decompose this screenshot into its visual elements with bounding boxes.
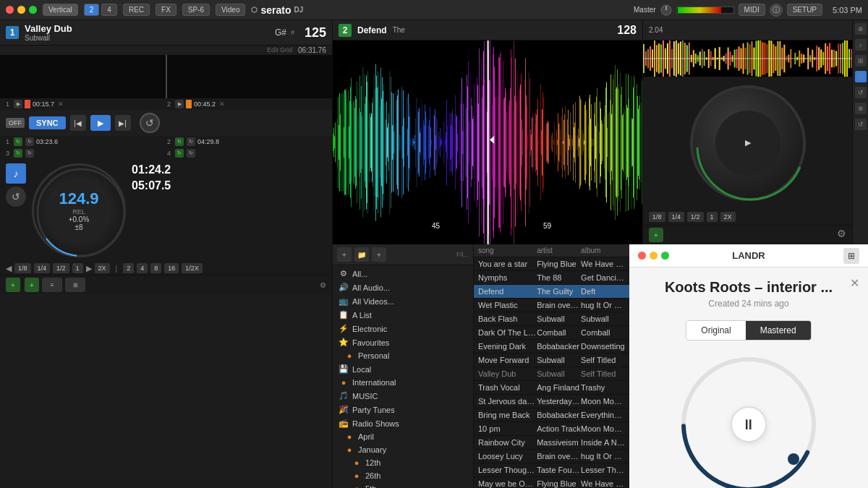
track-row[interactable]: Move Forward Subwall Self Titled: [474, 354, 629, 367]
deck2-settings-icon[interactable]: ⚙: [837, 228, 846, 242]
track-row[interactable]: Wet Plastic Brain over a hill hug It Or …: [474, 299, 629, 312]
loop-1-2x-btn[interactable]: 1/2X: [182, 263, 203, 273]
loop-1-btn[interactable]: 1: [72, 263, 83, 273]
sidebar-item-january[interactable]: ● January: [333, 443, 473, 456]
cue-5-play2-btn[interactable]: ↻: [25, 149, 34, 158]
loop-2-btn[interactable]: 2: [123, 263, 134, 273]
sidebar-item-radio-shows[interactable]: 📻 Radio Shows: [333, 416, 473, 430]
play-btn[interactable]: ▶: [90, 115, 111, 131]
track-row[interactable]: Trash Vocal Ang Finland Trashy: [474, 381, 629, 395]
cue-knob[interactable]: ↺: [140, 113, 160, 133]
deck2-loop-1-2-btn[interactable]: 1/2: [687, 212, 704, 222]
side-icon-1[interactable]: ⊕: [855, 23, 867, 35]
sidebar-item-local[interactable]: 💾 Local: [333, 362, 473, 376]
sidebar-item-april[interactable]: ● April: [333, 430, 473, 443]
cue-1-delete-btn[interactable]: ✕: [58, 100, 64, 108]
side-icon-7[interactable]: ↺: [855, 119, 867, 130]
loop-back-icon[interactable]: ◀: [6, 264, 12, 273]
sidebar-item-party-tunes[interactable]: 🎉 Party Tunes: [333, 403, 473, 416]
deck2-loop-1-btn[interactable]: 1: [707, 212, 718, 222]
track-row[interactable]: Rainbow City Massiveism Inside A Noisy B…: [474, 436, 629, 450]
loop-1-4-btn[interactable]: 1/4: [34, 263, 51, 273]
edit-grid-label[interactable]: Edit Grid: [267, 46, 292, 54]
cue-grid-btn[interactable]: ⊞: [65, 278, 85, 292]
prev-track-btn[interactable]: |◀: [70, 115, 86, 131]
loop-4-btn[interactable]: 4: [137, 263, 148, 273]
landr-close-icon[interactable]: ✕: [850, 276, 859, 290]
sidebar-item-music[interactable]: 🎵 MUSIC: [333, 389, 473, 403]
sidebar-item-favourites[interactable]: ⭐ Favourites: [333, 335, 473, 349]
cue-2-play-btn[interactable]: ▶: [175, 100, 184, 108]
landr-maximize-btn[interactable]: [661, 252, 669, 260]
add-cue-btn[interactable]: +: [6, 278, 20, 292]
midi-btn[interactable]: MIDI: [739, 4, 765, 16]
track-row[interactable]: St Jervous dance Yesterdays Rebel Moon M…: [474, 395, 629, 408]
add-cue2-btn[interactable]: +: [25, 278, 39, 292]
landr-tab-mastered[interactable]: Mastered: [746, 321, 811, 340]
sync-off-btn[interactable]: OFF: [6, 118, 25, 128]
sync-btn[interactable]: SYNC: [29, 116, 66, 129]
deck2-loop-1-4-btn[interactable]: 1/4: [668, 212, 685, 222]
cue-3-play2-btn[interactable]: ↻: [25, 137, 34, 146]
side-icon-6[interactable]: ⊕: [855, 103, 867, 114]
landr-tab-original[interactable]: Original: [686, 321, 745, 340]
sidebar-item-5th[interactable]: ● 5th: [333, 482, 473, 488]
layout-selector[interactable]: Vertical: [43, 4, 78, 16]
info-btn[interactable]: ⓘ: [770, 4, 783, 17]
deck-1-settings-icon[interactable]: ⚙: [320, 281, 326, 289]
cue-6-play-btn[interactable]: ↻: [175, 149, 184, 158]
cue-2-delete-btn[interactable]: ✕: [219, 100, 225, 108]
loop-1-8-btn[interactable]: 1/8: [14, 263, 31, 273]
music-note-icon[interactable]: ♪: [6, 163, 26, 184]
cue-4-play2-btn[interactable]: ↻: [187, 137, 195, 146]
cue-5-play-btn[interactable]: ↻: [14, 149, 22, 158]
track-row[interactable]: Defend The Guilty Deft: [474, 285, 629, 299]
loop-1-2-btn[interactable]: 1/2: [53, 263, 69, 273]
track-row[interactable]: Bring me Back Bobabacker Everything Else…: [474, 408, 629, 422]
sidebar-item-26th[interactable]: ● 26th: [333, 469, 473, 482]
video-btn[interactable]: Video: [216, 4, 245, 16]
deck2-loop-1-8-btn[interactable]: 1/8: [649, 212, 665, 222]
track-row[interactable]: Evening Dark Bobabacker Downsetting: [474, 340, 629, 354]
side-icon-2[interactable]: ♪: [855, 39, 867, 51]
setup-btn[interactable]: SETUP: [787, 4, 822, 16]
sidebar-item-all-audio[interactable]: 🔊 All Audio...: [333, 281, 473, 294]
loop-2x-btn[interactable]: 2X: [95, 263, 110, 273]
cue-1-play-btn[interactable]: ▶: [14, 100, 22, 108]
master-knob-icon[interactable]: [660, 4, 672, 16]
close-window-btn[interactable]: [6, 6, 14, 14]
landr-close-btn[interactable]: [638, 252, 646, 260]
add-crate-btn[interactable]: +: [337, 247, 352, 262]
platter[interactable]: 124.9 REL +0.0% ±8: [32, 163, 126, 257]
sidebar-item-all-videos[interactable]: 📺 All Videos...: [333, 294, 473, 308]
maximize-window-btn[interactable]: [29, 6, 37, 14]
sp6-btn[interactable]: SP-6: [182, 4, 210, 16]
deck2-add-cue-btn[interactable]: +: [649, 228, 663, 242]
track-row[interactable]: Lesser Thought Process Taste Foundation …: [474, 463, 629, 477]
next-track-btn[interactable]: ▶|: [115, 115, 131, 131]
track-row[interactable]: Back Flash Subwall Subwall: [474, 312, 629, 326]
track-row[interactable]: Dark Of The Light Comball Comball: [474, 326, 629, 340]
add-folder-btn[interactable]: 📁: [354, 247, 369, 262]
side-icon-5[interactable]: ↺: [855, 87, 867, 98]
track-row[interactable]: You are a star Flying Blue We Have Respo…: [474, 257, 629, 271]
loop-8-btn[interactable]: 8: [150, 263, 161, 273]
side-icon-3[interactable]: ⊞: [855, 55, 867, 67]
deck-2-platter[interactable]: ▶: [690, 85, 806, 201]
landr-tabs-icon-btn[interactable]: ⊞: [843, 248, 859, 264]
minimize-window-btn[interactable]: [17, 6, 25, 14]
add-playlist-btn[interactable]: +: [372, 247, 386, 262]
sidebar-item-a-list[interactable]: 📋 A List: [333, 308, 473, 322]
track-row[interactable]: May we be Open and Lost Flying Blue We H…: [474, 477, 629, 488]
track-row[interactable]: Valley Dub Subwall Self Titled: [474, 367, 629, 381]
cue-4-play-btn[interactable]: ↻: [175, 137, 184, 146]
refresh-icon[interactable]: ↺: [6, 187, 26, 207]
cue-list-btn[interactable]: ≡: [42, 278, 62, 292]
cue-6-play2-btn[interactable]: ↻: [187, 149, 195, 158]
track-row[interactable]: Loosey Lucy Brain over a hill hug It Or …: [474, 450, 629, 463]
fx-btn[interactable]: FX: [156, 4, 176, 16]
sidebar-item-personal[interactable]: ● Personal: [333, 349, 473, 362]
sidebar-item-electronic[interactable]: ⚡ Electronic: [333, 322, 473, 335]
loop-forward-icon[interactable]: ▶: [86, 264, 92, 273]
cue-3-play-btn[interactable]: ↻: [14, 137, 22, 146]
